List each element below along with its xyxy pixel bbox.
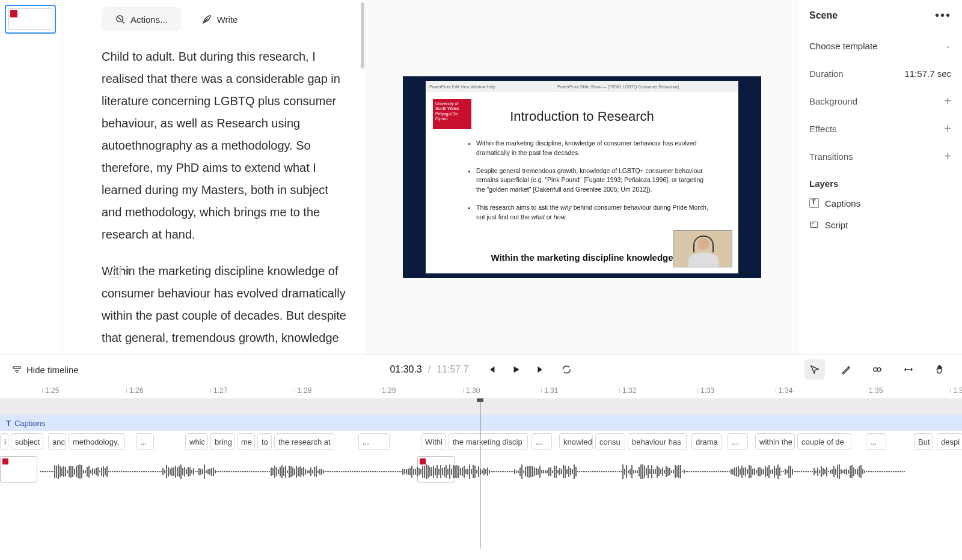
word-clip[interactable]: within the p [755, 433, 795, 450]
script-body[interactable]: Child to adult. But during this research… [63, 46, 349, 352]
add-background-icon[interactable]: + [944, 94, 951, 108]
university-logo: University of South Wales Prifysgol De C… [433, 99, 471, 129]
add-marker[interactable]: + [124, 260, 132, 282]
word-clip[interactable]: knowled [559, 433, 593, 450]
captions-track-label: Captions [14, 419, 45, 428]
svg-point-3 [874, 368, 877, 371]
slide-title: Introduction to Research [426, 109, 738, 124]
time-sep: / [428, 364, 430, 375]
svg-rect-1 [810, 222, 818, 227]
ruler-tick: 1:28 [295, 386, 311, 395]
write-button[interactable]: Write [188, 7, 251, 31]
word-clip[interactable]: ... [532, 433, 552, 450]
transitions-row[interactable]: Transitions + [809, 142, 951, 170]
preview-panel: PowerPoint Edit View Window Help PowerPo… [366, 0, 798, 355]
tracks[interactable]: T Captions isubjectancmethodology,...whi… [0, 398, 962, 549]
effects-label: Effects [809, 124, 837, 134]
word-clip[interactable]: anc [48, 433, 66, 450]
transcript-para-2[interactable]: Within the marketing discipline knowledg… [102, 260, 346, 352]
word-clip[interactable]: Withi [421, 433, 446, 450]
word-clip[interactable]: subject [11, 433, 43, 450]
ruler-tick: 1:25 [42, 386, 59, 395]
video-frame[interactable]: PowerPoint Edit View Window Help PowerPo… [403, 76, 761, 278]
word-clip[interactable]: consu [595, 433, 625, 450]
bullet-3: This research aims to ask the why behind… [476, 203, 713, 222]
para-gutter: / + [109, 260, 132, 282]
time-ruler[interactable]: 1:251:261:271:281:291:301:311:321:331:34… [0, 384, 962, 398]
word-clip[interactable]: i [0, 433, 8, 450]
transitions-label: Transitions [809, 151, 853, 162]
word-clip[interactable]: drama [691, 433, 721, 450]
write-label: Write [217, 14, 238, 25]
word-clip[interactable]: whic [185, 433, 208, 450]
ruler-tick: 1:35 [866, 386, 883, 395]
slide-menubar: PowerPoint Edit View Window Help PowerPo… [426, 81, 738, 92]
word-clip[interactable]: ... [358, 433, 390, 450]
layers-heading: Layers [809, 178, 951, 189]
word-clip[interactable]: But [914, 433, 933, 450]
word-clip[interactable]: methodology, [69, 433, 125, 450]
properties-panel: Scene ••• Choose template ⌄ Duration 11:… [798, 0, 962, 355]
pointer-tool[interactable] [804, 359, 825, 380]
word-clip[interactable]: behaviour has [628, 433, 687, 450]
svg-rect-2 [13, 367, 20, 368]
scrollbar[interactable] [361, 2, 364, 68]
zoom-tool[interactable] [898, 359, 919, 380]
text-track-icon: T [6, 419, 11, 428]
blade-tool[interactable] [836, 359, 856, 380]
ruler-tick: 1:32 [619, 386, 636, 395]
add-effects-icon[interactable]: + [944, 122, 951, 136]
hide-timeline-button[interactable]: Hide timeline [12, 365, 79, 375]
slash-marker[interactable]: / [109, 266, 121, 278]
word-clip[interactable]: me [237, 433, 255, 450]
range-tool[interactable] [867, 359, 887, 380]
word-clip[interactable]: the marketing discip [449, 433, 528, 450]
duration-label: Duration [809, 68, 844, 79]
word-clip[interactable]: couple of de [797, 433, 851, 450]
prev-icon[interactable] [486, 364, 497, 375]
word-clips-track[interactable]: isubjectancmethodology,...whicbringmetot… [0, 432, 962, 452]
hand-tool[interactable] [930, 359, 950, 380]
duration-row: Duration 11:57.7 sec [809, 59, 951, 87]
playhead[interactable] [480, 398, 480, 549]
actions-button[interactable]: Actions... [102, 7, 181, 31]
slide-bullets: Within the marketing discipline, knowled… [469, 139, 713, 222]
captions-track-header[interactable]: T Captions [0, 415, 962, 431]
wand-icon [115, 14, 126, 25]
transcript-para-1[interactable]: Child to adult. But during this research… [102, 46, 346, 246]
more-menu-icon[interactable]: ••• [935, 8, 951, 22]
word-clip[interactable]: ... [866, 433, 886, 450]
panel-title: Scene [809, 10, 838, 21]
loop-icon[interactable] [562, 364, 572, 375]
word-clip[interactable]: to [257, 433, 272, 450]
collapse-icon [12, 365, 22, 374]
chevron-down-icon: ⌄ [945, 41, 951, 50]
word-clip[interactable]: despi [937, 433, 962, 450]
waveform-track[interactable] [0, 455, 962, 488]
ruler-tick: 1:3 [950, 386, 962, 395]
effects-row[interactable]: Effects + [809, 115, 951, 142]
scene-number: 1 [0, 14, 1, 23]
add-transitions-icon[interactable]: + [944, 150, 951, 163]
background-row[interactable]: Background + [809, 87, 951, 115]
word-clip[interactable]: ... [728, 433, 748, 450]
presenter-pip [673, 230, 732, 267]
layer-captions-label: Captions [825, 198, 860, 208]
svg-point-4 [877, 368, 881, 371]
timeline: Hide timeline 01:30.3 / 11:57.7 1:251:26… [0, 355, 962, 560]
play-icon[interactable] [511, 364, 522, 375]
scene-clip-1[interactable] [0, 456, 37, 482]
audio-waveform [40, 463, 954, 480]
layer-captions[interactable]: Captions [809, 192, 951, 214]
word-clip[interactable]: ... [136, 433, 154, 450]
scene-thumb-1[interactable]: 1 [5, 5, 56, 34]
timeline-controls: Hide timeline 01:30.3 / 11:57.7 [0, 355, 962, 384]
word-clip[interactable]: the research at [274, 433, 334, 450]
template-selector[interactable]: Choose template ⌄ [809, 32, 951, 59]
word-clip[interactable]: bring [210, 433, 234, 450]
next-icon[interactable] [536, 364, 547, 375]
scene-thumbnails: 1 [0, 0, 63, 355]
slide-content: PowerPoint Edit View Window Help PowerPo… [426, 81, 738, 273]
total-time: 11:57.7 [437, 364, 468, 375]
layer-script[interactable]: Script [809, 214, 951, 236]
